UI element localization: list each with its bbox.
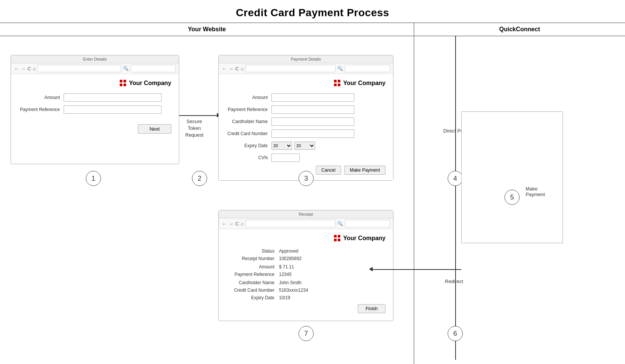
step3-expiry-label: Expiry Date [226,143,271,148]
step1-forward-btn[interactable]: → [21,66,26,72]
step2-label: SecureTokenRequest [185,118,203,139]
step3-forward-btn[interactable]: → [229,66,233,72]
column-headers: Your Website QuickConnect [0,23,625,36]
step7-circle: 7 [299,326,314,341]
step3-back-btn[interactable]: ← [222,66,227,72]
step3-payref-row: Payment Reference [226,105,386,114]
step7-expiry-row: Expiry Date 10/19 [226,295,386,300]
step7-ccnum-row: Credit Card Number 5163xxxx1234 [226,288,386,293]
step3-company-icon [334,80,341,87]
step7-browser-toolbar: ← → C ⌂ 🔍 [219,218,393,229]
col-header-right: QuickConnect [414,23,625,36]
step3-cvn-label: CVN [226,155,271,160]
step3-payref-label: Payment Reference [226,107,271,112]
step1-amount-row: Amount [18,93,171,102]
step4-number: 4 [453,175,457,183]
step4-circle: 4 [448,171,463,186]
step3-company-name: Your Company [343,80,386,87]
step2-label-text: SecureTokenRequest [185,119,203,138]
step6-number: 6 [453,330,457,338]
step5-label: MakePayment [526,186,545,197]
step7-refresh-btn[interactable]: C [235,221,239,227]
step5-circle: 5 [505,190,520,205]
step3-cvn-input[interactable] [271,154,300,162]
step3-amount-input[interactable] [271,93,354,102]
step1-browser-toolbar: ← → C ⌂ 🔍 [11,63,179,74]
right-section: 4 Direct Post 5 MakePayment 6 Redirect [414,36,625,364]
step7-status-value: Approved [279,248,298,254]
step1-browser-body: Your Company Amount Payment Reference Ne… [11,74,179,139]
step7-payref-value: 12345 [279,272,291,277]
step3-number: 3 [304,175,308,183]
step7-expiry-value: 10/19 [279,295,290,300]
step3-home-btn[interactable]: ⌂ [241,66,244,72]
step7-amount-value: $ 71.11 [279,264,294,270]
step1-search-input[interactable] [131,65,176,72]
step1-next-button[interactable]: Next [138,124,171,134]
step3-cardholder-input[interactable] [271,117,354,126]
step7-home-btn[interactable]: ⌂ [241,221,244,227]
step3-ccnum-input[interactable] [271,129,354,138]
step3-company-header: Your Company [226,80,386,87]
step3-refresh-btn[interactable]: C [235,66,239,72]
step7-company-header: Your Company [226,235,386,242]
right-vert-line [455,36,456,360]
step1-amount-label: Amount [18,95,64,100]
step7-address-bar[interactable] [245,220,335,227]
step7-receiptnum-value: 100285892 [279,256,302,261]
step3-ccnum-label: Credit Card Number [226,131,271,136]
step3-search-icon: 🔍 [337,66,343,71]
step2-number: 2 [198,175,201,183]
step1-home-btn[interactable]: ⌂ [33,66,36,72]
step3-search-input[interactable] [345,65,390,72]
step2-circle: 2 [192,171,207,186]
step1-refresh-btn[interactable]: C [27,66,31,72]
step7-payref-label: Payment Reference [226,272,279,277]
step3-payref-input[interactable] [271,105,354,114]
step3-browser-body: Your Company Amount Payment Reference Ca… [219,74,393,180]
step3-expiry-month[interactable]: 20 [271,142,292,150]
page-title: Credit Card Payment Process [0,0,625,23]
step1-company-icon [120,80,127,87]
step3-make-payment-button[interactable]: Make Payment [344,166,386,175]
step7-forward-btn[interactable]: → [229,221,233,227]
step3-expiry-row: Expiry Date 20 20 [226,142,386,150]
step7-finish-button[interactable]: Finish [358,304,386,313]
step3-amount-label: Amount [226,95,271,100]
arrow-head-left-1 [369,266,373,273]
step7-expiry-label: Expiry Date [226,295,279,300]
step3-browser-title: Payment Details [219,55,393,63]
step5-number: 5 [510,193,514,201]
step7-browser-body: Your Company Status Approved Receipt Num… [219,229,393,319]
step3-browser: Payment Details ← → C ⌂ 🔍 Your Company [218,55,393,181]
step7-amount-label: Amount [226,264,279,270]
step7-company-icon [334,235,341,242]
step1-number: 1 [91,175,95,183]
step7-receiptnum-label: Receipt Number [226,256,279,261]
step1-amount-input[interactable] [64,93,162,102]
step7-cardholder-label: Cardholder Name [226,280,279,285]
step3-address-bar[interactable] [245,65,335,72]
step7-cardholder-row: Cardholder Name John Smith [226,280,386,285]
step7-payref-row: Payment Reference 12345 [226,272,386,277]
step3-cvn-row: CVN [226,154,386,162]
step7-back-btn[interactable]: ← [222,221,227,227]
step1-browser: Enter Details ← → C ⌂ 🔍 Your Company A [11,55,179,164]
step6-label: Redirect [438,279,471,284]
step7-status-label: Status [226,248,279,254]
step1-company-name: Your Company [129,80,171,87]
step7-ccnum-label: Credit Card Number [226,288,279,293]
step1-payref-input[interactable] [64,105,162,114]
step7-browser-title: Receipt [219,210,393,218]
step1-browser-title: Enter Details [11,55,179,63]
step3-amount-row: Amount [226,93,386,102]
step5-label-text: MakePayment [526,186,545,197]
step3-cancel-button[interactable]: Cancel [316,166,341,175]
step3-ccnum-row: Credit Card Number [226,129,386,138]
quickconnect-box [461,111,563,243]
step1-back-btn[interactable]: ← [14,66,19,72]
step3-expiry-year[interactable]: 20 [294,142,315,150]
step7-cardholder-value: John Smith [279,280,302,285]
step1-address-bar[interactable] [38,65,121,72]
step7-search-input[interactable] [345,220,390,227]
